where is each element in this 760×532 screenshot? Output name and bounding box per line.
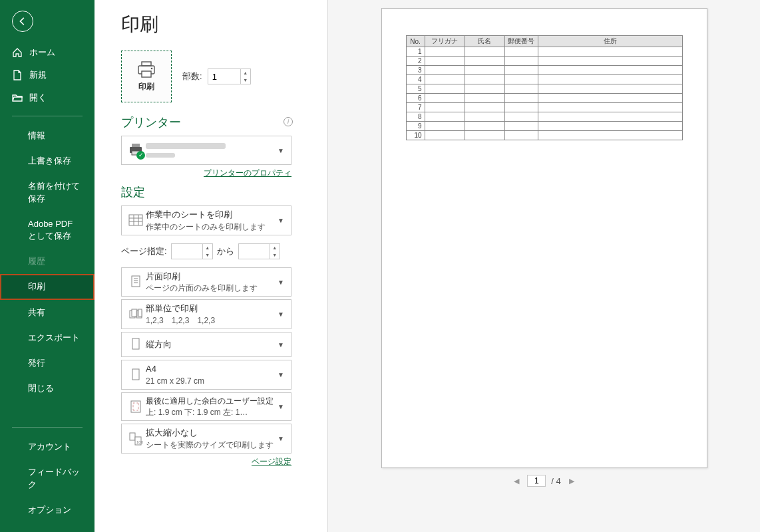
svg-rect-12 — [132, 276, 140, 287]
svg-rect-5 — [132, 144, 140, 147]
scope-sub: 作業中のシートのみを印刷します — [146, 221, 278, 232]
print-preview: No.フリガナ氏名郵便番号住所 12345678910 ◀ / 4 ▶ — [327, 0, 760, 532]
margins-title: 最後に適用した余白のユーザー設定 — [146, 396, 278, 406]
info-icon[interactable]: i — [284, 117, 293, 126]
nav-divider-bottom — [12, 427, 83, 428]
nav-new-label: 新規 — [29, 69, 47, 81]
chevron-down-icon: ▼ — [278, 147, 287, 154]
current-page-input[interactable] — [527, 475, 546, 487]
chevron-down-icon: ▼ — [278, 341, 287, 348]
copies-label: 部数: — [182, 70, 202, 82]
prev-page-button[interactable]: ◀ — [511, 475, 522, 487]
chevron-down-icon: ▼ — [278, 403, 287, 410]
print-scope-selector[interactable]: 作業中のシートを印刷 作業中のシートのみを印刷します ▼ — [121, 205, 291, 235]
scaling-selector[interactable]: 100 拡大縮小なし シートを実際のサイズで印刷します ▼ — [121, 424, 291, 454]
nav-print[interactable]: 印刷 — [0, 274, 95, 299]
total-pages-label: / 4 — [551, 476, 560, 486]
pages-label: ページ指定: — [121, 245, 167, 257]
collate-title: 部単位で印刷 — [146, 303, 278, 315]
paper-sub: 21 cm x 29.7 cm — [146, 376, 278, 386]
pages-to-label: から — [217, 245, 234, 257]
collate-sub: 1,2,3 1,2,3 1,2,3 — [146, 315, 278, 326]
table-header: 郵便番号 — [504, 36, 538, 47]
page-title: 印刷 — [121, 12, 311, 37]
table-row: 7 — [406, 103, 682, 112]
single-side-icon — [129, 275, 142, 289]
page-from-down[interactable]: ▼ — [203, 251, 212, 259]
margins-sub: 上: 1.9 cm 下: 1.9 cm 左: 1… — [146, 407, 278, 418]
nav-close[interactable]: 閉じる — [0, 376, 95, 401]
next-page-button[interactable]: ▶ — [566, 475, 577, 487]
nav-feedback[interactable]: フィードバック — [0, 460, 95, 497]
svg-rect-19 — [138, 309, 142, 317]
page-from-input[interactable] — [172, 245, 202, 257]
table-header: フリガナ — [425, 36, 465, 47]
printer-selector[interactable]: ✓ ▼ — [121, 136, 291, 165]
nav-save[interactable]: 上書き保存 — [0, 148, 95, 174]
nav-publish[interactable]: 発行 — [0, 350, 95, 376]
svg-rect-2 — [142, 71, 151, 77]
svg-text:100: 100 — [136, 440, 143, 444]
page-to-input[interactable] — [239, 245, 270, 257]
table-row: 4 — [406, 75, 682, 84]
nav-export[interactable]: エクスポート — [0, 325, 95, 350]
chevron-down-icon: ▼ — [278, 279, 287, 286]
nav-adobe-pdf[interactable]: Adobe PDF として保存 — [0, 211, 95, 249]
page-from-up[interactable]: ▲ — [203, 244, 212, 251]
nav-new[interactable]: 新規 — [0, 64, 95, 86]
page-to-up[interactable]: ▲ — [270, 244, 280, 251]
sheet-icon — [128, 214, 143, 226]
nav-share[interactable]: 共有 — [0, 300, 95, 325]
copies-input-wrapper: ▲ ▼ — [208, 68, 251, 84]
copies-down[interactable]: ▼ — [241, 76, 250, 84]
paper-icon — [130, 368, 142, 382]
table-row: 9 — [406, 122, 682, 131]
collate-selector[interactable]: 部単位で印刷 1,2,3 1,2,3 1,2,3 ▼ — [121, 299, 291, 329]
table-row: 6 — [406, 94, 682, 103]
printer-icon — [136, 61, 156, 78]
nav-saveas[interactable]: 名前を付けて保存 — [0, 174, 95, 211]
svg-rect-7 — [129, 215, 142, 225]
check-icon: ✓ — [136, 151, 145, 160]
scaling-icon: 100 — [128, 432, 143, 446]
nav-history: 履歴 — [0, 249, 95, 274]
paper-size-selector[interactable]: A4 21 cm x 29.7 cm ▼ — [121, 360, 291, 390]
collate-icon — [128, 308, 143, 321]
print-button[interactable]: 印刷 — [121, 51, 172, 102]
paper-title: A4 — [146, 363, 278, 375]
margins-icon — [129, 400, 142, 414]
table-row: 8 — [406, 112, 682, 122]
copies-input[interactable] — [208, 70, 240, 83]
table-header: 氏名 — [465, 36, 504, 47]
nav-home-label: ホーム — [29, 47, 55, 59]
printer-properties-link[interactable]: プリンターのプロパティ — [204, 168, 291, 178]
orientation-selector[interactable]: 縦方向 ▼ — [121, 332, 291, 357]
nav-home[interactable]: ホーム — [0, 41, 95, 64]
nav-info[interactable]: 情報 — [0, 123, 95, 148]
settings-section-title: 設定 — [121, 184, 311, 200]
table-header: 住所 — [538, 36, 682, 47]
table-row: 1 — [406, 47, 682, 57]
nav-account[interactable]: アカウント — [0, 434, 95, 460]
nav-open-label: 開く — [29, 92, 47, 104]
preview-page: No.フリガナ氏名郵便番号住所 12345678910 — [381, 8, 707, 468]
back-button[interactable] — [12, 11, 33, 32]
orientation-title: 縦方向 — [146, 338, 278, 350]
table-row: 5 — [406, 84, 682, 94]
sides-title: 片面印刷 — [146, 271, 278, 283]
copies-up[interactable]: ▲ — [241, 69, 250, 76]
svg-rect-0 — [142, 62, 151, 66]
nav-open[interactable]: 開く — [0, 86, 95, 109]
sides-selector[interactable]: 片面印刷 ページの片面のみを印刷します ▼ — [121, 267, 291, 297]
chevron-down-icon: ▼ — [278, 435, 287, 442]
chevron-down-icon: ▼ — [278, 311, 287, 318]
page-setup-link[interactable]: ページ設定 — [252, 457, 291, 466]
scaling-title: 拡大縮小なし — [146, 427, 278, 439]
folder-open-icon — [12, 92, 23, 103]
chevron-down-icon: ▼ — [278, 371, 287, 378]
nav-options[interactable]: オプション — [0, 497, 95, 523]
svg-rect-23 — [133, 403, 138, 410]
page-to-down[interactable]: ▼ — [270, 251, 280, 259]
margins-selector[interactable]: 最後に適用した余白のユーザー設定 上: 1.9 cm 下: 1.9 cm 左: … — [121, 392, 291, 421]
backstage-sidebar: ホーム 新規 開く 情報 上書き保存 名前を付けて保存 Adobe PDF とし… — [0, 0, 95, 532]
